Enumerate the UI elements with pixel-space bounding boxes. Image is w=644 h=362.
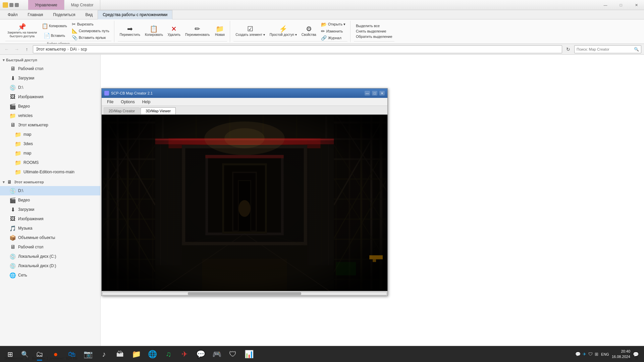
sidebar-item-vehicles[interactable]: 📁 vehicles (0, 111, 100, 120)
sidebar-item-images[interactable]: 🖼 Изображения (0, 92, 100, 102)
taskbar-chat-icon[interactable]: 💬 (193, 347, 208, 362)
back-button[interactable]: ← (3, 45, 11, 53)
ribbon-tab-tools[interactable]: Средства работы с приложениями (98, 10, 172, 19)
open-button[interactable]: 📂Открыть ▾ (319, 21, 347, 28)
map-scrollbar[interactable] (102, 291, 387, 296)
this-pc-header-icon: 🖥 (6, 179, 13, 185)
title-tab-management[interactable]: Управление (28, 0, 64, 10)
map-scroll-thumb[interactable] (188, 292, 301, 295)
ribbon-tab-file[interactable]: Файл (3, 10, 23, 19)
taskbar-search-button[interactable]: 🔍 (19, 348, 31, 360)
sidebar-item-downloads[interactable]: ⬇ Загрузки (0, 73, 100, 83)
map-menu-help[interactable]: Help (139, 99, 154, 105)
search-icon: 🔍 (634, 47, 639, 52)
taskbar-store-icon[interactable]: 🛍 (64, 347, 79, 362)
invert-select-button[interactable]: Обратить выделение (354, 34, 394, 39)
sidebar-item-music[interactable]: 🎵 Музыка (0, 224, 100, 233)
ribbon-tab-home[interactable]: Главная (23, 10, 48, 19)
keyboard-layout[interactable]: ENG (601, 352, 609, 356)
sidebar-item-d-active[interactable]: 💿 D:\ (0, 186, 100, 195)
discord-tray-icon[interactable]: 💬 (575, 352, 581, 357)
map-minimize-button[interactable]: — (365, 91, 370, 96)
map-scroll-track[interactable] (102, 292, 387, 295)
taskbar-chrome-icon[interactable]: 🌐 (145, 347, 160, 362)
sidebar-item-network[interactable]: 🌐 Сеть (0, 270, 100, 280)
properties-button[interactable]: ⚙ Свойства (300, 24, 318, 38)
sidebar-item-ultimate[interactable]: 📁 Ultimate-Edition-rooms-main (0, 167, 100, 177)
close-button[interactable]: ✕ (629, 0, 644, 10)
sidebar-item-video[interactable]: 🎬 Видео (0, 102, 100, 111)
sidebar-item-d-drive[interactable]: 💿 D:\ (0, 83, 100, 92)
taskbar-tiktok-icon[interactable]: ♪ (97, 347, 111, 362)
up-button[interactable]: ↑ (23, 45, 31, 53)
quick-access-header[interactable]: ▾ Быстрый доступ (0, 56, 100, 64)
taskbar-steam-icon[interactable]: 🎮 (209, 347, 224, 362)
taskbar-app2-icon[interactable]: ✈ (177, 347, 192, 362)
map-menu-options[interactable]: Options (117, 99, 138, 105)
refresh-button[interactable]: ↻ (564, 45, 572, 53)
map-menu-file[interactable]: File (104, 99, 117, 105)
ribbon-group-clipboard: 📌 Закрепить на панелибыстрого доступа 📋 … (3, 21, 114, 42)
map-maximize-button[interactable]: □ (372, 91, 377, 96)
taskbar-instagram-icon[interactable]: 📷 (80, 347, 95, 362)
ribbon-tab-share[interactable]: Поделиться (48, 10, 80, 19)
pin-button[interactable]: 📌 Закрепить на панелибыстрого доступа (5, 22, 39, 40)
rename-button[interactable]: ✏ Переименовать (183, 24, 212, 38)
taskbar-explorer-icon[interactable]: 🗂 (32, 347, 47, 362)
history-button[interactable]: 🔗Журнал (319, 35, 347, 41)
minimize-button[interactable]: — (598, 0, 613, 10)
sidebar-item-local-d[interactable]: 💿 Локальный диск (D:) (0, 261, 100, 270)
sidebar-item-downloads2[interactable]: ⬇ Загрузки (0, 205, 100, 214)
title-tab-map-creator[interactable]: Map Creator (64, 0, 101, 10)
copy-button[interactable]: 📋 Копировать (40, 21, 69, 31)
this-pc-header[interactable]: ▾ 🖥 Этот компьютер (0, 178, 100, 186)
search-box[interactable]: 🔍 (574, 45, 641, 53)
taskbar-spotify-icon[interactable]: ♫ (161, 347, 176, 362)
security-icon: 🛡 (229, 350, 236, 359)
extra-tray-icon[interactable]: ⊞ (595, 352, 598, 357)
delete-button[interactable]: ✕ Удалить (166, 24, 182, 38)
sidebar-item-desktop2[interactable]: 🖥 Рабочий стол (0, 242, 100, 252)
forward-button[interactable]: → (13, 45, 21, 53)
taskbar-dashboard-icon[interactable]: 📊 (241, 347, 256, 362)
taskbar-app1-icon[interactable]: 🏔 (113, 347, 127, 362)
easy-access-button[interactable]: ⚡ Простой доступ ▾ (268, 24, 299, 38)
paste-shortcut-button[interactable]: 📎Вставить ярлык (70, 34, 111, 41)
sidebar-item-this-pc-quick[interactable]: 🖥 Этот компьютер (0, 120, 100, 130)
select-all-button[interactable]: Выделить все (354, 23, 394, 28)
copy-path-button[interactable]: 📐Скопировать путь (70, 27, 111, 34)
sidebar-item-rooms[interactable]: 📁 ROOMS (0, 158, 100, 167)
ribbon-tab-view[interactable]: Вид (80, 10, 98, 19)
copy2-button[interactable]: 📋 Копировать (143, 24, 165, 38)
create-item-button[interactable]: ☑ Создать элемент ▾ (233, 24, 267, 38)
sidebar-item-map1[interactable]: 📁 map (0, 130, 100, 139)
antivirus-tray-icon[interactable]: 🛡 (588, 352, 593, 357)
move-button[interactable]: ➡ Переместить (118, 24, 142, 38)
sidebar-item-images2[interactable]: 🖼 Изображения (0, 214, 100, 224)
search-input[interactable] (577, 47, 633, 51)
start-button[interactable]: ⊞ (3, 347, 17, 362)
taskbar-security-icon[interactable]: 🛡 (225, 347, 240, 362)
sidebar-item-video2[interactable]: 🎬 Видео (0, 195, 100, 205)
map-close-button[interactable]: ✕ (379, 91, 385, 96)
new-button[interactable]: 📁 Новая (212, 24, 227, 38)
sidebar-item-local-c[interactable]: 💿 Локальный диск (C:) (0, 252, 100, 261)
sidebar-item-objects[interactable]: 📦 Объемные объекты (0, 233, 100, 242)
address-path-box[interactable]: Этот компьютер › DA\ › scp (33, 45, 562, 53)
taskbar-reddit-icon[interactable]: ● (48, 347, 63, 362)
deselect-button[interactable]: Снять выделение (354, 28, 394, 34)
maximize-button[interactable]: □ (613, 0, 629, 10)
sidebar-item-3dws[interactable]: 📁 3dws (0, 139, 100, 148)
taskbar-clock[interactable]: 20:40 16.08.2024 (612, 349, 630, 359)
taskbar-folder-icon[interactable]: 📁 (129, 347, 144, 362)
map-tab-2d[interactable]: 2D/Map Creator (104, 107, 140, 114)
notification-bell-icon[interactable]: 💬 (633, 352, 639, 357)
telegram-tray-icon[interactable]: ✈ (583, 352, 586, 357)
cut-button[interactable]: ✂Вырезать (70, 21, 111, 27)
paste-label: Вставить (51, 34, 65, 38)
map-tab-3d[interactable]: 3D/Map Viewer (141, 107, 176, 114)
edit-button[interactable]: ✏Изменить (319, 28, 347, 35)
paste-button[interactable]: 📄 Вставить (40, 31, 69, 40)
sidebar-item-desktop[interactable]: 🖥 Рабочий стол (0, 64, 100, 73)
sidebar-item-map2[interactable]: 📁 map (0, 148, 100, 158)
